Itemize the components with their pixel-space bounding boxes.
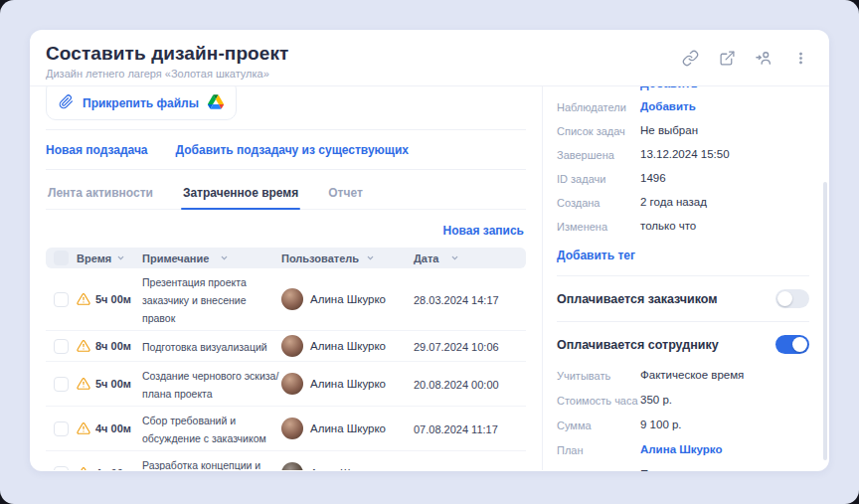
column-header-note[interactable]: Примечание	[142, 252, 209, 264]
date-value: 28.03.2024 14:17	[414, 294, 499, 306]
chevron-down-icon[interactable]	[116, 252, 125, 264]
date-value: 29.07.2024 10:06	[414, 341, 499, 353]
user-name: Анна Шевчук	[310, 467, 379, 470]
add-watcher-link[interactable]: Добавить	[640, 100, 696, 112]
field-value: 9 100 р.	[640, 419, 682, 430]
field-label: Сумма	[557, 419, 640, 431]
row-checkbox[interactable]	[54, 339, 69, 354]
field-total-sum: Сумма 9 100 р.	[557, 419, 809, 431]
field-value[interactable]: 350 р.	[640, 394, 672, 406]
field-task-list: Список задач Не выбран	[557, 124, 809, 137]
task-details-panel: Добавить Наблюдатели Добавить Список зад…	[543, 86, 829, 470]
plan-user-link[interactable]: Алина Шкурко	[640, 443, 722, 455]
avatar	[281, 462, 303, 470]
row-checkbox[interactable]	[54, 292, 69, 307]
note-text: Презентация проекта заказчику и внесение…	[142, 276, 247, 324]
chevron-down-icon[interactable]	[450, 252, 459, 264]
field-label: Наблюдатели	[557, 100, 640, 113]
select-all-checkbox[interactable]	[54, 251, 69, 265]
task-card: Составить дизайн-проект Дизайн летнего л…	[30, 30, 829, 471]
field-value: 1496	[640, 172, 666, 184]
panel-scrollbar[interactable]	[823, 182, 827, 460]
user-name: Алина Шкурко	[310, 378, 386, 390]
time-value: 8ч 00м	[95, 340, 131, 352]
page-background: Составить дизайн-проект Дизайн летнего л…	[0, 0, 859, 504]
warning-icon	[77, 292, 90, 306]
field-label: Изменена	[557, 220, 640, 233]
date-value: 20.08.2024 00:00	[414, 379, 499, 391]
user-name: Алина Шкурко	[310, 340, 386, 352]
field-label: Источник	[557, 468, 640, 471]
kebab-menu-icon[interactable]	[791, 49, 809, 67]
add-tag-link[interactable]: Добавить тег	[557, 249, 635, 262]
task-content-column: Прикрепить файлы Новая подзадача Добавит…	[30, 86, 543, 470]
row-checkbox[interactable]	[54, 466, 69, 471]
field-created: Создана 2 года назад	[557, 196, 809, 209]
field-label: План	[557, 443, 640, 456]
page-subtitle: Дизайн летнего лагеря «Золотая шкатулка»	[46, 68, 811, 80]
field-value[interactable]: Фактическое время	[640, 369, 744, 381]
time-value: 5ч 00м	[95, 293, 131, 305]
field-plan-user: План Алина Шкурко	[557, 443, 809, 456]
avatar	[281, 335, 303, 357]
column-header-time[interactable]: Время	[77, 252, 111, 264]
field-label: Учитывать	[557, 369, 640, 382]
field-value[interactable]: Не выбран	[640, 124, 698, 136]
toggle-label: Оплачивается заказчиком	[557, 292, 718, 306]
field-label: Создана	[557, 196, 640, 209]
tab-activity-feed[interactable]: Лента активности	[46, 181, 155, 209]
google-drive-icon[interactable]	[208, 94, 224, 113]
field-value: 13.12.2024 15:50	[640, 148, 730, 160]
row-checkbox[interactable]	[54, 377, 69, 392]
table-row: 4ч 00м Сбор требований и обсуждение с за…	[46, 407, 526, 451]
warning-icon	[77, 377, 90, 391]
note-text: Подготовка визуализаций	[142, 341, 267, 353]
attach-files-button[interactable]: Прикрепить файлы	[46, 86, 237, 120]
time-value: 5ч 00м	[95, 378, 131, 390]
billable-to-client-toggle[interactable]	[775, 289, 809, 308]
tab-bar: Лента активности Затраченное время Отчет	[46, 170, 526, 210]
time-entries-table: Время Примечание Пользователь Дата 5ч 00…	[46, 248, 526, 470]
column-header-user[interactable]: Пользователь	[281, 252, 359, 264]
open-external-icon[interactable]	[718, 49, 736, 67]
field-label: ID задачи	[557, 172, 640, 185]
field-source: Источник Проект	[557, 468, 809, 471]
column-header-date[interactable]: Дата	[414, 252, 438, 264]
field-label: Завершена	[557, 148, 640, 161]
field-value: Проект	[640, 468, 678, 471]
paid-to-employee-toggle[interactable]	[775, 335, 809, 354]
table-row: 8ч 00м Подготовка визуализаций Алина Шку…	[46, 331, 526, 362]
subtask-actions: Новая подзадача Добавить подзадачу из су…	[46, 130, 526, 169]
delegate-user-icon[interactable]	[755, 49, 773, 67]
chevron-down-icon[interactable]	[220, 252, 229, 264]
toggle-label: Оплачивается сотруднику	[557, 338, 719, 352]
add-subtask-from-existing-link[interactable]: Добавить подзадачу из существующих	[176, 143, 409, 157]
new-record-link[interactable]: Новая запись	[443, 224, 524, 238]
user-name: Алина Шкурко	[310, 422, 386, 434]
field-count-mode: Учитывать Фактическое время	[557, 369, 809, 382]
field-hour-rate: Стоимость часа 350 р.	[557, 394, 809, 407]
payment-fields: Учитывать Фактическое время Стоимость ча…	[557, 367, 809, 471]
details-fields: Наблюдатели Добавить Список задач Не выб…	[557, 91, 809, 233]
header-actions	[681, 49, 809, 67]
field-label: Стоимость часа	[557, 394, 640, 407]
copy-link-icon[interactable]	[681, 49, 699, 67]
table-row: 5ч 00м Создание чернового эскиза/ плана …	[46, 362, 526, 407]
field-value: 2 года назад	[640, 196, 707, 208]
user-name: Алина Шкурко	[310, 293, 386, 305]
billable-to-client-row: Оплачивается заказчиком	[557, 276, 809, 321]
field-value: только что	[640, 220, 696, 232]
row-checkbox[interactable]	[54, 421, 69, 436]
chevron-down-icon[interactable]	[366, 252, 375, 264]
note-text: Сбор требований и обсуждение с заказчико…	[142, 415, 266, 444]
warning-icon	[77, 466, 90, 470]
tab-report[interactable]: Отчет	[326, 181, 365, 209]
tab-time-spent[interactable]: Затраченное время	[181, 181, 300, 209]
table-header-row: Время Примечание Пользователь Дата	[46, 248, 526, 268]
task-header: Составить дизайн-проект Дизайн летнего л…	[30, 30, 829, 86]
field-modified: Изменена только что	[557, 220, 809, 233]
avatar	[281, 373, 303, 395]
avatar	[281, 288, 303, 310]
new-subtask-link[interactable]: Новая подзадача	[46, 143, 148, 157]
table-row: 5ч 00м Презентация проекта заказчику и в…	[46, 268, 526, 331]
